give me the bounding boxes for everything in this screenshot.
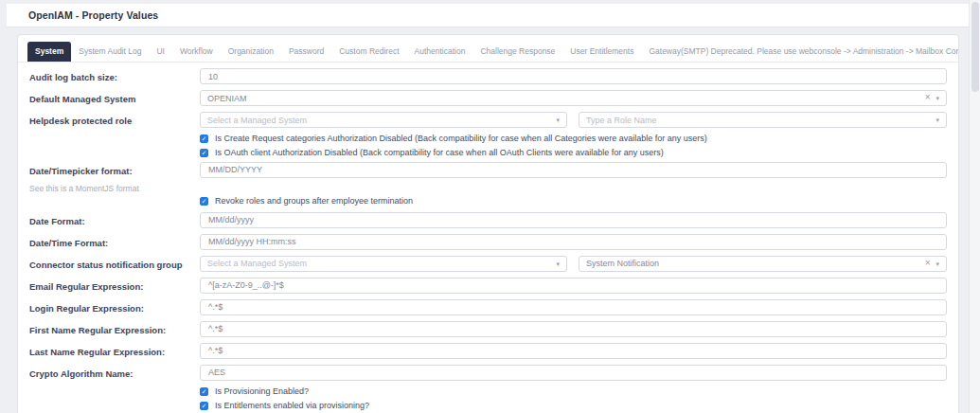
- field-row-first-name-regex: First Name Regular Expression:: [29, 321, 947, 337]
- tab-user-entitlements[interactable]: User Entitlements: [562, 42, 641, 62]
- connector-group-label: Connector status notification group: [29, 256, 200, 271]
- helpdesk-role-name-select[interactable]: Type a Role Name ▾: [579, 112, 947, 128]
- field-row-email-regex: Email Regular Expression:: [29, 278, 947, 294]
- first-name-regex-label: First Name Regular Expression:: [29, 321, 200, 336]
- tab-system-audit-log[interactable]: System Audit Log: [71, 42, 149, 62]
- tab-gateway-smtp-deprecated-please-use-webco[interactable]: Gateway(SMTP) Deprecated. Please use web…: [641, 42, 958, 62]
- create-request-checkbox-label: Is Create Request categories Authorizati…: [215, 134, 707, 144]
- checkbox-row-oauth: ✓ Is OAuth client Authorization Disabled…: [200, 148, 947, 158]
- tab-authentication[interactable]: Authentication: [407, 42, 473, 62]
- helpdesk-role-name-placeholder: Type a Role Name: [586, 116, 935, 125]
- default-managed-system-value: OPENIAM: [207, 94, 921, 103]
- audit-batch-label: Audit log batch size:: [29, 68, 200, 83]
- default-managed-system-label: Default Managed System: [29, 90, 200, 105]
- connector-notification-select[interactable]: System Notification × ▾: [579, 256, 947, 272]
- crypto-algorithm-input[interactable]: [200, 365, 947, 381]
- datetime-format-label: Date/Time Format:: [29, 234, 200, 249]
- checkbox-row-entitlements: ✓ Is Entitlements enabled via provisioni…: [200, 401, 947, 411]
- chevron-down-icon[interactable]: ▾: [935, 95, 939, 101]
- vertical-scrollbar[interactable]: [969, 0, 980, 413]
- tab-workflow[interactable]: Workflow: [172, 42, 221, 62]
- property-values-panel: SystemSystem Audit LogUIWorkflowOrganiza…: [17, 34, 959, 413]
- clear-icon[interactable]: ×: [925, 93, 931, 102]
- revoke-roles-checkbox-label: Revoke roles and groups after employee t…: [215, 196, 413, 206]
- oauth-disabled-checkbox-label: Is OAuth client Authorization Disabled (…: [215, 148, 664, 158]
- tab-password[interactable]: Password: [281, 42, 331, 62]
- system-properties-form: Audit log batch size: Default Managed Sy…: [18, 63, 958, 413]
- helpdesk-role-label: Helpdesk protected role: [29, 112, 200, 127]
- timepicker-format-label: Date/Timepicker format: See this is a Mo…: [29, 162, 200, 195]
- tab-custom-redirect[interactable]: Custom Redirect: [331, 42, 406, 62]
- page-header: OpenIAM - Property Values: [7, 4, 969, 27]
- tab-ui[interactable]: UI: [149, 42, 172, 62]
- page-title: OpenIAM - Property Values: [28, 9, 158, 21]
- tab-system[interactable]: System: [27, 42, 71, 62]
- checkbox-row-provisioning: ✓ Is Provisioning Enabled?: [200, 386, 947, 397]
- helpdesk-managed-system-placeholder: Select a Managed System: [207, 116, 556, 125]
- field-row-helpdesk-role: Helpdesk protected role Select a Managed…: [29, 112, 947, 128]
- timepicker-format-input[interactable]: [200, 162, 947, 178]
- date-format-input[interactable]: [200, 212, 947, 228]
- chevron-down-icon[interactable]: ▾: [556, 117, 560, 123]
- provisioning-enabled-checkbox[interactable]: ✓: [200, 387, 208, 396]
- scrollbar-thumb[interactable]: [971, 2, 979, 92]
- last-name-regex-label: Last Name Regular Expression:: [29, 343, 200, 358]
- login-regex-input[interactable]: [200, 299, 947, 315]
- field-row-last-name-regex: Last Name Regular Expression:: [29, 343, 947, 359]
- page: OpenIAM - Property Values SystemSystem A…: [0, 0, 980, 413]
- provisioning-enabled-checkbox-label: Is Provisioning Enabled?: [215, 386, 309, 397]
- field-row-default-managed-system: Default Managed System OPENIAM × ▾: [29, 90, 947, 106]
- field-row-audit-batch: Audit log batch size:: [29, 68, 947, 84]
- audit-batch-input[interactable]: [200, 68, 947, 84]
- field-row-login-regex: Login Regular Expression:: [29, 299, 947, 315]
- field-row-timepicker-format: Date/Timepicker format: See this is a Mo…: [29, 162, 947, 195]
- helpdesk-managed-system-select[interactable]: Select a Managed System ▾: [200, 112, 567, 128]
- clear-icon[interactable]: ×: [925, 259, 931, 268]
- momentjs-note: See this is a MomentJS format: [29, 184, 187, 194]
- entitlements-enabled-checkbox[interactable]: ✓: [200, 402, 208, 410]
- chevron-down-icon[interactable]: ▾: [935, 260, 939, 267]
- revoke-roles-checkbox[interactable]: ✓: [200, 197, 208, 206]
- field-row-crypto-algorithm: Crypto Algorithm Name:: [29, 365, 947, 381]
- crypto-algorithm-label: Crypto Algorithm Name:: [29, 365, 200, 380]
- first-name-regex-input[interactable]: [200, 321, 947, 337]
- connector-notification-value: System Notification: [586, 259, 921, 268]
- entitlements-enabled-checkbox-label: Is Entitlements enabled via provisioning…: [215, 401, 369, 411]
- checkbox-row-create-request: ✓ Is Create Request categories Authoriza…: [200, 134, 947, 144]
- timepicker-format-label-text: Date/Timepicker format:: [29, 166, 187, 177]
- create-request-checkbox[interactable]: ✓: [200, 135, 208, 143]
- tab-bar: SystemSystem Audit LogUIWorkflowOrganiza…: [18, 35, 958, 63]
- oauth-disabled-checkbox[interactable]: ✓: [200, 149, 208, 157]
- default-managed-system-select[interactable]: OPENIAM × ▾: [200, 90, 947, 106]
- last-name-regex-input[interactable]: [200, 343, 947, 359]
- field-row-date-format: Date Format:: [29, 212, 947, 228]
- field-row-datetime-format: Date/Time Format:: [29, 234, 947, 250]
- connector-managed-system-select[interactable]: Select a Managed System ▾: [200, 256, 567, 272]
- chevron-down-icon[interactable]: ▾: [556, 260, 560, 267]
- chevron-down-icon[interactable]: ▾: [935, 117, 939, 123]
- login-regex-label: Login Regular Expression:: [29, 299, 200, 314]
- email-regex-input[interactable]: [200, 278, 947, 294]
- email-regex-label: Email Regular Expression:: [29, 278, 200, 293]
- connector-managed-system-placeholder: Select a Managed System: [207, 259, 556, 268]
- field-row-connector-group: Connector status notification group Sele…: [29, 256, 947, 272]
- checkbox-row-revoke: ✓ Revoke roles and groups after employee…: [200, 196, 947, 206]
- datetime-format-input[interactable]: [200, 234, 947, 250]
- tab-challenge-response[interactable]: Challenge Response: [472, 42, 562, 62]
- tab-organization[interactable]: Organization: [221, 42, 281, 62]
- date-format-label: Date Format:: [29, 212, 200, 227]
